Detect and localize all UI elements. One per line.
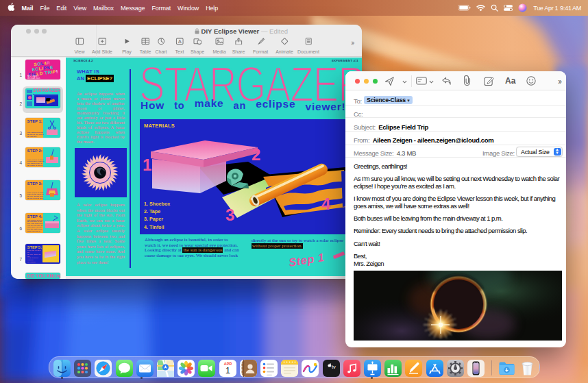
svg-text:A: A	[178, 38, 182, 43]
svg-text:APR: APR	[223, 361, 232, 365]
svg-text:1: 1	[225, 366, 230, 375]
svg-text:tv: tv	[332, 363, 336, 369]
svg-text:STARGAZER: STARGAZER	[139, 58, 362, 104]
